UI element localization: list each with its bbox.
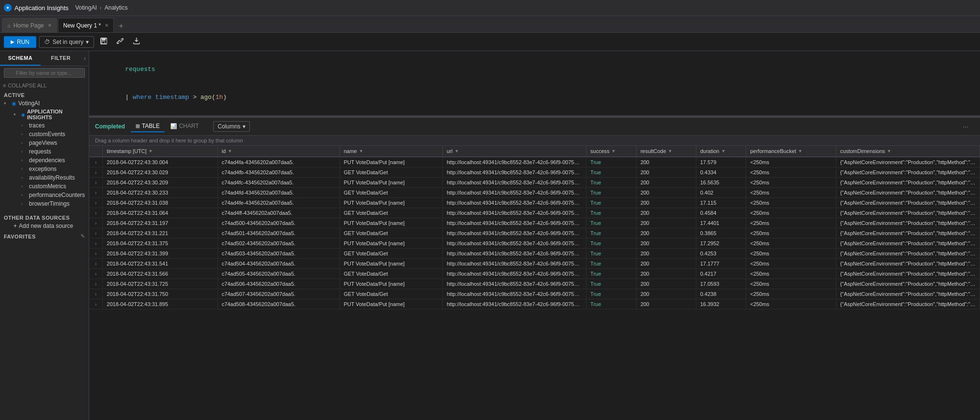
col-header-success[interactable]: success▼ [586, 146, 637, 157]
perf-filter-icon[interactable]: ▼ [798, 149, 803, 154]
tab-new-query[interactable]: New Query 1 * ✕ [58, 18, 114, 32]
cell-col-3: GET VoteData/Get [340, 249, 443, 259]
table-row: ›2018-04-02T22:43:31.541c74ad504-4345620… [89, 259, 980, 269]
more-options-icon[interactable]: ··· [963, 123, 968, 130]
cell-success: True [590, 210, 601, 216]
query-ago-func: ago [201, 94, 212, 101]
row-expand-btn[interactable]: › [93, 160, 98, 165]
col-header-id[interactable]: id▼ [218, 146, 340, 157]
save-button[interactable] [97, 35, 110, 48]
row-expand-btn[interactable]: › [93, 200, 98, 206]
duration-filter-icon[interactable]: ▼ [721, 149, 725, 154]
url-filter-icon[interactable]: ▼ [454, 149, 459, 154]
custom-filter-icon[interactable]: ▼ [887, 149, 891, 154]
col-header-duration[interactable]: duration▼ [696, 146, 746, 157]
cell-col-7: 17.0593 [696, 279, 746, 289]
row-expand-btn[interactable]: › [93, 251, 98, 256]
breadcrumb-analytics[interactable]: Analytics [105, 4, 128, 11]
tree-item-requests[interactable]: ›requests [0, 147, 89, 156]
favorites-edit-icon[interactable]: ✎ [81, 233, 85, 239]
tree-item-traces[interactable]: ›traces [0, 121, 89, 130]
tab-table[interactable]: ⊞ TABLE [131, 121, 164, 132]
row-expand-btn[interactable]: › [93, 190, 98, 196]
tree-item-availabilityResults[interactable]: ›availabilityResults [0, 173, 89, 182]
traces-label: traces [29, 122, 45, 129]
col-header-perfbucket[interactable]: performanceBucket▼ [746, 146, 836, 157]
add-data-source-item[interactable]: + Add new data source [0, 222, 89, 230]
tree-item-performanceCounters[interactable]: ›performanceCounters [0, 191, 89, 199]
resultcode-filter-icon[interactable]: ▼ [668, 149, 672, 154]
link-button[interactable] [113, 35, 127, 48]
cell-col-7: 0.402 [696, 188, 746, 198]
tree-item-pageViews[interactable]: ›pageViews [0, 139, 89, 147]
cell-col-3: PUT VoteData/Put [name] [340, 198, 443, 208]
tab-query-close[interactable]: ✕ [105, 23, 109, 28]
sidebar-collapse-toggle[interactable]: ‹ [81, 51, 89, 66]
col-header-resultcode[interactable]: resultCode▼ [636, 146, 696, 157]
cell-col-7: 0.4217 [696, 269, 746, 279]
row-expand-btn[interactable]: › [93, 271, 98, 277]
sidebar-tab-filter[interactable]: FILTER [41, 51, 81, 66]
row-expand-btn[interactable]: › [93, 210, 98, 216]
tab-chart[interactable]: 📊 CHART [165, 121, 204, 132]
cell-col-8: <250ms [746, 168, 836, 178]
row-expand-btn[interactable]: › [93, 292, 98, 297]
cell-col-2: c74ad507-43456202a007daa5. [218, 289, 340, 299]
tree-item-customMetrics[interactable]: ›customMetrics [0, 182, 89, 191]
tree-item-dependencies[interactable]: ›dependencies [0, 156, 89, 165]
set-in-query-button[interactable]: ⏱ Set in query ▾ [39, 36, 94, 48]
cell-col-9: {"AspNetCoreEnvironment":"Production","h… [836, 259, 980, 269]
tree-item-browserTimings[interactable]: ›browserTimings [0, 199, 89, 208]
cell-success: True [590, 271, 601, 277]
col-header-customdimensions[interactable]: customDimensions▼ [836, 146, 980, 157]
row-expand-btn[interactable]: › [93, 281, 98, 287]
sidebar-filter-container: 🔍 [0, 66, 89, 80]
id-filter-icon[interactable]: ▼ [228, 149, 232, 154]
tab-bar: ⌂ Home Page ✕ New Query 1 * ✕ + [0, 16, 980, 33]
cell-col-2: c74ad4fb-43456202a007daa5. [218, 168, 340, 178]
cell-col-3: PUT VoteData/Put [name] [340, 178, 443, 188]
timestamp-filter-icon[interactable]: ▼ [149, 149, 153, 154]
main-layout: SCHEMA FILTER ‹ 🔍 ≡ COLLAPSE ALL ACTIVE … [0, 51, 980, 420]
col-header-url[interactable]: url▼ [443, 146, 586, 157]
cell-success: True [590, 291, 601, 297]
browserTimings-label: browserTimings [29, 200, 69, 207]
results-tbody: ›2018-04-02T22:43:30.004c74ad4fa-4345620… [89, 157, 980, 309]
query-table-keyword: requests [125, 66, 155, 73]
tree-item-votingai[interactable]: ▾ ◉ VotingAI ★ [0, 99, 89, 108]
tree-item-exceptions[interactable]: ›exceptions [0, 165, 89, 173]
drag-hint: Drag a column header and drop it here to… [89, 136, 980, 146]
row-expand-btn[interactable]: › [93, 170, 98, 175]
tab-home-page[interactable]: ⌂ Home Page ✕ [2, 18, 57, 32]
col-header-name[interactable]: name▼ [340, 146, 443, 157]
cell-col-3: PUT VoteData/Put [name] [340, 299, 443, 309]
row-expand-btn[interactable]: › [93, 261, 98, 266]
col-header-timestamp[interactable]: timestamp [UTC]▼ [103, 146, 218, 157]
run-button[interactable]: ▶ RUN [4, 36, 36, 48]
tab-add-button[interactable]: + [115, 20, 127, 32]
query-pipe: | [125, 94, 133, 101]
export-button[interactable] [130, 35, 143, 48]
sidebar-filter-input[interactable] [4, 68, 85, 78]
row-expand-btn[interactable]: › [93, 221, 98, 226]
exceptions-chevron: › [21, 167, 27, 171]
success-filter-icon[interactable]: ▼ [612, 149, 616, 154]
results-table-container[interactable]: timestamp [UTC]▼ id▼ name▼ url▼ [89, 146, 980, 420]
cell-col-7: 0.4253 [696, 249, 746, 259]
name-filter-icon[interactable]: ▼ [359, 149, 363, 154]
row-expand-btn[interactable]: › [93, 302, 98, 307]
breadcrumb-votingai[interactable]: VotingAI [75, 4, 97, 11]
tree-item-customEvents[interactable]: ›customEvents [0, 130, 89, 139]
table-row: ›2018-04-02T22:43:31.221c74ad501-4345620… [89, 228, 980, 238]
columns-button[interactable]: Columns ▾ [213, 121, 249, 132]
sidebar-tab-schema[interactable]: SCHEMA [0, 51, 41, 66]
row-expand-btn[interactable]: › [93, 231, 98, 236]
collapse-all-button[interactable]: ≡ COLLAPSE ALL [0, 82, 89, 89]
row-expand-btn[interactable]: › [93, 241, 98, 246]
votingai-icon: ◉ [12, 100, 16, 107]
tab-home-close[interactable]: ✕ [48, 23, 52, 28]
query-editor[interactable]: requests | where timestamp > ago(1h) [89, 51, 980, 116]
row-expand-btn[interactable]: › [93, 180, 98, 185]
tree-item-app-insights[interactable]: ▾ ◆ APPLICATION INSIGHTS [0, 108, 89, 121]
exceptions-label: exceptions [29, 166, 56, 172]
